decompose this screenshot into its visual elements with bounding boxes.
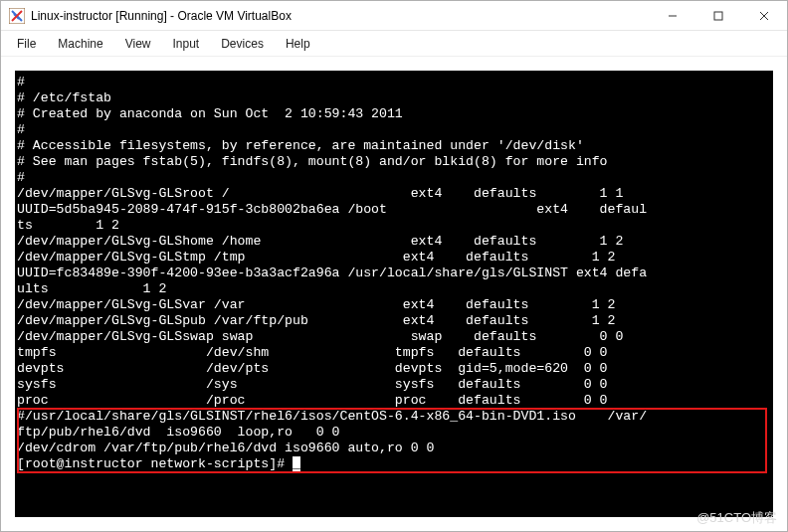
terminal-line: /dev/mapper/GLSvg-GLSpub /var/ftp/pub ex… — [17, 313, 771, 329]
terminal-line: /dev/mapper/GLSvg-GLSroot / ext4 default… — [17, 186, 771, 202]
titlebar: Linux-instructor [Running] - Oracle VM V… — [1, 1, 787, 31]
menu-input[interactable]: Input — [163, 34, 210, 54]
terminal-line: /dev/mapper/GLSvg-GLSvar /var ext4 defau… — [17, 297, 771, 313]
terminal-prompt-line: [root@instructor network-scripts]# _ — [17, 456, 771, 472]
terminal-line: # — [17, 170, 771, 186]
maximize-button[interactable] — [695, 1, 741, 31]
menu-help[interactable]: Help — [276, 34, 320, 54]
menu-machine[interactable]: Machine — [48, 34, 112, 54]
terminal-line: tmpfs /dev/shm tmpfs defaults 0 0 — [17, 345, 771, 361]
terminal-line: devpts /dev/pts devpts gid=5,mode=620 0 … — [17, 361, 771, 377]
menu-file[interactable]: File — [7, 34, 46, 54]
menu-devices[interactable]: Devices — [211, 34, 274, 54]
close-button[interactable] — [741, 1, 787, 31]
terminal-line: sysfs /sys sysfs defaults 0 0 — [17, 377, 771, 393]
terminal-line: # /etc/fstab — [17, 90, 771, 106]
terminal-line: /dev/mapper/GLSvg-GLShome /home ext4 def… — [17, 234, 771, 250]
app-window: Linux-instructor [Running] - Oracle VM V… — [0, 0, 788, 532]
window-title: Linux-instructor [Running] - Oracle VM V… — [31, 9, 292, 23]
menu-view[interactable]: View — [115, 34, 161, 54]
terminal-line: UUID=fc83489e-390f-4200-93ee-b3a3acf2a96… — [17, 266, 771, 281]
terminal-line: /dev/mapper/GLSvg-GLSswap swap swap defa… — [17, 329, 771, 345]
terminal-line: UUID=5d5ba945-2089-474f-915f-3cb8002ba6e… — [17, 202, 771, 218]
terminal-line: /dev/mapper/GLSvg-GLStmp /tmp ext4 defau… — [17, 250, 771, 266]
terminal-line: ftp/pub/rhel6/dvd iso9660 loop,ro 0 0 — [17, 425, 771, 441]
terminal-line: /dev/cdrom /var/ftp/pub/rhel6/dvd iso966… — [17, 441, 771, 456]
terminal-line: # — [17, 75, 771, 90]
terminal-line: # Created by anaconda on Sun Oct 2 10:59… — [17, 106, 771, 122]
terminal-line: # Accessible filesystems, by reference, … — [17, 138, 771, 154]
terminal-line: proc /proc proc defaults 0 0 — [17, 393, 771, 409]
terminal-line: ts 1 2 — [17, 218, 771, 234]
terminal-line: ults 1 2 — [17, 281, 771, 297]
terminal-output[interactable]: ## /etc/fstab# Created by anaconda on Su… — [15, 71, 773, 517]
guest-display-area: ## /etc/fstab# Created by anaconda on Su… — [1, 57, 787, 531]
terminal-line: # — [17, 122, 771, 138]
menubar: File Machine View Input Devices Help — [1, 31, 787, 57]
minimize-button[interactable] — [650, 1, 695, 31]
vbox-icon — [9, 8, 25, 24]
cursor: _ — [293, 456, 300, 471]
shell-prompt: [root@instructor network-scripts]# — [17, 456, 293, 471]
terminal-line: # See man pages fstab(5), findfs(8), mou… — [17, 154, 771, 170]
svg-rect-2 — [714, 12, 722, 20]
terminal-line: #/usr/local/share/gls/GLSINST/rhel6/isos… — [17, 409, 771, 425]
